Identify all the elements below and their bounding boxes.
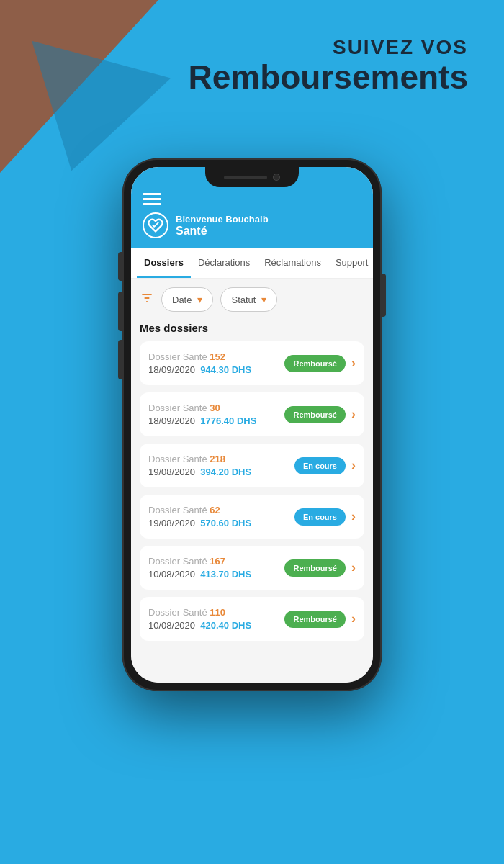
dossier-number: 152 (210, 351, 225, 362)
dossier-details: 10/08/2020 413.70 DHS (148, 569, 251, 580)
status-badge: Remboursé (284, 559, 346, 577)
chevron-right-icon[interactable]: › (351, 509, 356, 524)
app-content: Date ▾ Statut ▾ Mes dossiers Dossier San… (131, 279, 373, 683)
dossier-card[interactable]: Dossier Santé 62 19/08/2020 570.60 DHS E… (140, 495, 364, 539)
filters-row: Date ▾ Statut ▾ (140, 287, 364, 312)
dossier-card[interactable]: Dossier Santé 152 18/09/2020 944.30 DHS … (140, 341, 364, 385)
dossier-title: Dossier Santé 110 (148, 607, 251, 618)
dossier-info: Dossier Santé 152 18/09/2020 944.30 DHS (148, 351, 251, 375)
dossier-info: Dossier Santé 218 19/08/2020 394.20 DHS (148, 454, 251, 477)
dossier-right: En cours › (294, 508, 356, 526)
hamburger-menu[interactable] (143, 193, 361, 205)
dossier-details: 18/09/2020 944.30 DHS (148, 364, 251, 375)
app-brand: Bienvenue Bouchaib Santé (143, 212, 361, 238)
dossier-title: Dossier Santé 152 (148, 351, 251, 362)
date-arrow: ▾ (197, 294, 202, 305)
statut-filter[interactable]: Statut ▾ (220, 287, 277, 312)
date-filter[interactable]: Date ▾ (161, 287, 213, 312)
hamburger-line-3 (143, 203, 161, 205)
dossier-amount: 413.70 DHS (200, 569, 251, 580)
dossier-right: Remboursé › (284, 406, 356, 423)
side-button-left-3 (118, 340, 122, 379)
dossier-info: Dossier Santé 30 18/09/2020 1776.40 DHS (148, 402, 256, 426)
chevron-right-icon[interactable]: › (351, 356, 356, 371)
dossier-number: 110 (210, 607, 225, 618)
dossier-amount: 394.20 DHS (200, 467, 251, 477)
dossier-title: Dossier Santé 218 (148, 454, 251, 464)
heart-icon (148, 217, 163, 233)
hamburger-line-1 (143, 193, 161, 195)
tab-declarations[interactable]: Déclarations (191, 248, 257, 278)
dossier-details: 19/08/2020 570.60 DHS (148, 518, 251, 528)
dossier-number: 30 (210, 402, 220, 413)
suivez-label: SUIVEZ VOS (188, 36, 468, 59)
dossier-info: Dossier Santé 62 19/08/2020 570.60 DHS (148, 505, 251, 528)
dossier-number: 62 (210, 505, 220, 516)
filter-icon (140, 291, 154, 309)
phone-screen: Bienvenue Bouchaib Santé Dossiers Déclar… (131, 167, 373, 683)
sante-text: Santé (176, 225, 269, 238)
phone-mockup: Bienvenue Bouchaib Santé Dossiers Déclar… (122, 158, 382, 691)
filter-svg-icon (140, 291, 154, 305)
statut-label: Statut (231, 294, 256, 305)
hamburger-line-2 (143, 198, 161, 200)
tab-support[interactable]: Support (328, 248, 373, 278)
notch-speaker (224, 176, 267, 179)
dossiers-list: Dossier Santé 152 18/09/2020 944.30 DHS … (140, 341, 364, 641)
page-header: SUIVEZ VOS Remboursements (188, 36, 468, 96)
dossier-right: Remboursé › (284, 611, 356, 628)
dossier-info: Dossier Santé 167 10/08/2020 413.70 DHS (148, 556, 251, 580)
dossier-right: Remboursé › (284, 355, 356, 372)
dossier-right: En cours › (294, 457, 356, 474)
dossier-amount: 944.30 DHS (200, 364, 251, 375)
dossier-title: Dossier Santé 30 (148, 402, 256, 413)
dossier-info: Dossier Santé 110 10/08/2020 420.40 DHS (148, 607, 251, 631)
welcome-text: Bienvenue Bouchaib (176, 214, 269, 225)
notch-camera (273, 174, 280, 181)
dossier-card[interactable]: Dossier Santé 110 10/08/2020 420.40 DHS … (140, 597, 364, 641)
dossier-number: 167 (210, 556, 225, 567)
section-title: Mes dossiers (140, 322, 364, 334)
dossier-date: 18/09/2020 (148, 415, 195, 426)
brand-text: Bienvenue Bouchaib Santé (176, 214, 269, 238)
status-badge: Remboursé (284, 611, 346, 628)
dossier-details: 19/08/2020 394.20 DHS (148, 467, 251, 477)
brand-icon (143, 212, 168, 238)
statut-arrow: ▾ (261, 294, 266, 305)
dossier-date: 10/08/2020 (148, 569, 195, 580)
dossier-title: Dossier Santé 167 (148, 556, 251, 567)
status-badge: Remboursé (284, 355, 346, 372)
date-label: Date (172, 294, 192, 305)
side-button-right (382, 274, 386, 317)
dossier-date: 18/09/2020 (148, 364, 195, 375)
status-badge: En cours (294, 508, 346, 526)
dossier-number: 218 (210, 454, 225, 464)
chevron-right-icon[interactable]: › (351, 407, 356, 422)
dossier-card[interactable]: Dossier Santé 30 18/09/2020 1776.40 DHS … (140, 392, 364, 436)
side-button-left-2 (118, 292, 122, 331)
tab-reclamations[interactable]: Réclamations (257, 248, 328, 278)
dossier-amount: 420.40 DHS (200, 620, 251, 631)
dossier-date: 19/08/2020 (148, 518, 195, 528)
phone-outer: Bienvenue Bouchaib Santé Dossiers Déclar… (122, 158, 382, 691)
dossier-amount: 570.60 DHS (200, 518, 251, 528)
tab-dossiers[interactable]: Dossiers (137, 248, 191, 278)
dossier-title: Dossier Santé 62 (148, 505, 251, 516)
dossier-date: 10/08/2020 (148, 620, 195, 631)
dossier-amount: 1776.40 DHS (200, 415, 256, 426)
status-badge: Remboursé (284, 406, 346, 423)
dossier-details: 18/09/2020 1776.40 DHS (148, 415, 256, 426)
chevron-right-icon[interactable]: › (351, 458, 356, 473)
chevron-right-icon[interactable]: › (351, 560, 356, 575)
phone-notch (205, 167, 299, 187)
status-badge: En cours (294, 457, 346, 474)
side-button-left-1 (118, 252, 122, 281)
remboursements-label: Remboursements (188, 59, 468, 96)
dossier-date: 19/08/2020 (148, 467, 195, 477)
app-nav: Dossiers Déclarations Réclamations Suppo… (131, 248, 373, 279)
dossier-card[interactable]: Dossier Santé 167 10/08/2020 413.70 DHS … (140, 546, 364, 590)
dossier-details: 10/08/2020 420.40 DHS (148, 620, 251, 631)
dossier-card[interactable]: Dossier Santé 218 19/08/2020 394.20 DHS … (140, 444, 364, 487)
chevron-right-icon[interactable]: › (351, 611, 356, 626)
dossier-right: Remboursé › (284, 559, 356, 577)
